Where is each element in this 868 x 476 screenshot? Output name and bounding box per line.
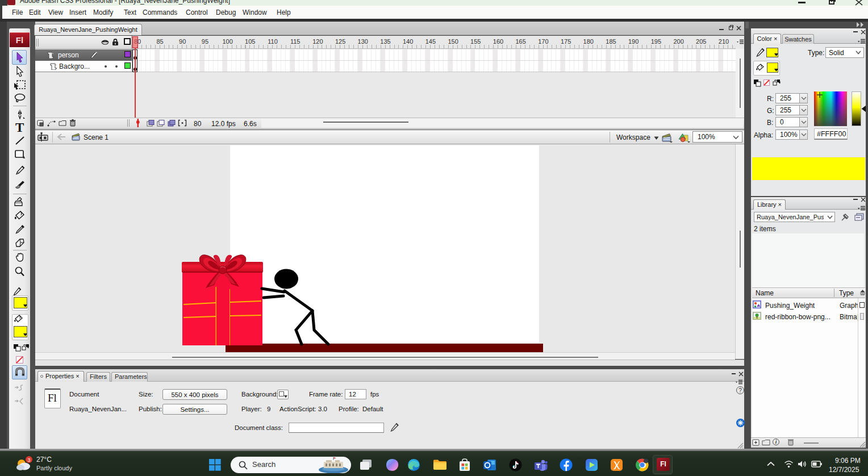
svg-text:3: 3 (27, 457, 30, 463)
